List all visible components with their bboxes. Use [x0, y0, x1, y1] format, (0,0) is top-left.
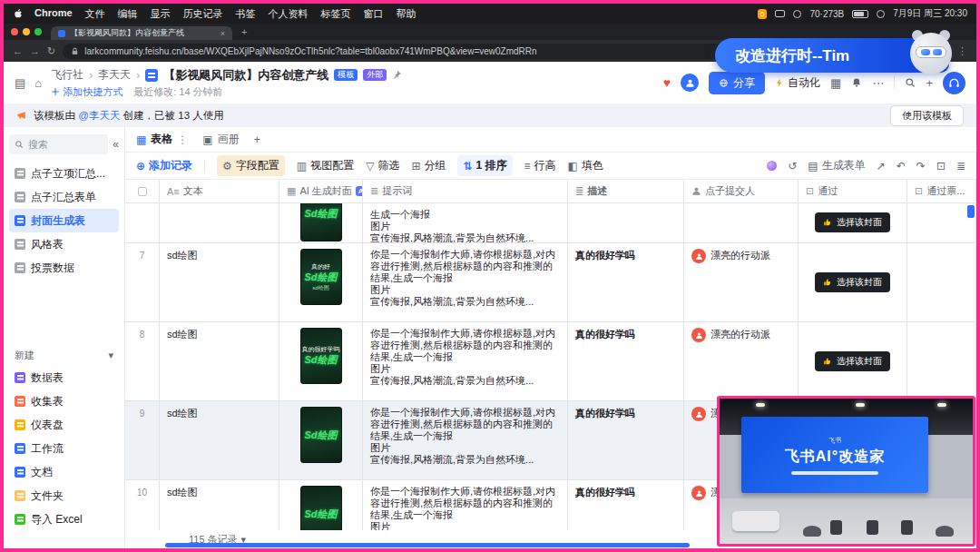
- cell-prompt[interactable]: 你是一个海报制作大师,请你根据标题,对内容进行推测,然后根据标题的内容和推测的结…: [363, 243, 568, 321]
- automation-button[interactable]: 自动化: [775, 75, 820, 91]
- column-header-text[interactable]: A≡ 文本: [160, 180, 279, 202]
- table-row[interactable]: 7 sd绘图 真的好 Sd绘图 sd绘图 你是一个海报制作大师,请你根据标题,对…: [125, 243, 976, 322]
- menu-profiles[interactable]: 个人资料: [269, 7, 309, 21]
- choose-cover-button[interactable]: 选择该封面: [815, 272, 890, 292]
- cell-cover[interactable]: 真的好 Sd绘图 sd绘图: [279, 243, 363, 321]
- create-workflow[interactable]: 工作流: [9, 437, 119, 460]
- view-config-button[interactable]: ▥ 视图配置: [297, 158, 354, 173]
- reload-button[interactable]: ↻: [47, 45, 55, 57]
- import-excel[interactable]: 导入 Excel: [9, 508, 119, 531]
- sidebar-item-style-table[interactable]: 风格表: [9, 232, 119, 256]
- sidebar-toggle-icon[interactable]: ▤: [15, 76, 25, 90]
- column-header-desc[interactable]: ≣ 描述: [568, 180, 684, 202]
- bluetooth-icon[interactable]: [793, 10, 801, 18]
- new-tab-button[interactable]: +: [241, 26, 247, 37]
- menu-history[interactable]: 历史记录: [183, 7, 223, 21]
- maximize-window-button[interactable]: [34, 28, 42, 35]
- row-height-button[interactable]: ≡ 行高: [524, 158, 556, 173]
- forward-button[interactable]: →: [30, 45, 40, 56]
- generate-form-button[interactable]: ▤ 生成表单: [808, 158, 865, 173]
- row-number[interactable]: 7: [125, 243, 160, 321]
- widget-icon[interactable]: ⊡: [936, 160, 946, 172]
- menu-bookmarks[interactable]: 书签: [236, 7, 256, 21]
- create-plus-icon[interactable]: +: [926, 76, 933, 90]
- filter-button[interactable]: ▽ 筛选: [366, 158, 399, 173]
- tab-close-icon[interactable]: ×: [220, 29, 225, 38]
- row-number[interactable]: [125, 203, 160, 242]
- menu-edit[interactable]: 编辑: [118, 7, 138, 21]
- history-icon[interactable]: ↺: [788, 160, 797, 172]
- share-button[interactable]: 分享: [709, 72, 765, 94]
- row-number[interactable]: 9: [125, 401, 160, 479]
- cell-prompt[interactable]: 你是一个海报制作大师,请你根据标题,对内容进行推测,然后根据标题的内容和推测的结…: [363, 401, 568, 479]
- cell-submitter[interactable]: 漂亮的行动派: [684, 243, 799, 321]
- cell-submitter[interactable]: [684, 203, 799, 242]
- cell-text[interactable]: sd绘图: [160, 243, 279, 321]
- add-record-button[interactable]: ⊕ 添加记录: [136, 158, 192, 173]
- field-config-button[interactable]: ⚙ 字段配置: [217, 155, 285, 176]
- search-icon[interactable]: [905, 77, 916, 88]
- column-header-prompt[interactable]: ≣ 提示词: [363, 180, 568, 202]
- cell-desc[interactable]: 真的很好学吗: [568, 401, 684, 479]
- collaborator-avatar[interactable]: [681, 74, 699, 92]
- more-actions-icon[interactable]: ⋯: [872, 76, 884, 90]
- share-view-icon[interactable]: ↗: [877, 160, 886, 172]
- column-header-cover[interactable]: ▦ AI 生成封面 AI: [279, 180, 363, 202]
- redo-icon[interactable]: ↷: [916, 160, 926, 172]
- control-center-icon[interactable]: [877, 10, 885, 18]
- menu-chrome[interactable]: Chrome: [34, 7, 73, 21]
- cell-prompt[interactable]: 你是一个海报制作大师,请你根据标题,对内容进行推测,然后根据标题的内容和推测的结…: [363, 322, 568, 400]
- cell-votes[interactable]: [907, 243, 976, 321]
- create-dashboard[interactable]: 仪表盘: [9, 413, 119, 437]
- close-window-button[interactable]: [11, 28, 18, 35]
- cell-desc[interactable]: 真的很好学吗: [568, 322, 684, 400]
- cell-text[interactable]: sd绘图: [160, 322, 279, 400]
- minimize-window-button[interactable]: [23, 28, 30, 35]
- tab-more-icon[interactable]: ⋮: [177, 133, 188, 146]
- back-button[interactable]: ←: [13, 45, 23, 56]
- like-heart-icon[interactable]: ♥: [663, 75, 671, 90]
- cell-submitter[interactable]: 漂亮的行动派: [684, 322, 799, 400]
- choose-cover-button[interactable]: 选择该封面: [815, 212, 890, 232]
- chrome-menu-icon[interactable]: ⋮: [957, 45, 967, 57]
- select-all-checkbox[interactable]: [125, 180, 160, 202]
- menu-file[interactable]: 文件: [85, 7, 105, 21]
- menu-help[interactable]: 帮助: [397, 7, 416, 21]
- vertical-scrollbar[interactable]: [967, 205, 975, 218]
- cell-pass[interactable]: 选择该封面: [799, 203, 907, 242]
- menu-tabs[interactable]: 标签页: [321, 7, 351, 21]
- column-header-pass[interactable]: ⊡ 通过: [799, 180, 907, 202]
- cell-cover[interactable]: Sd绘图: [279, 401, 363, 479]
- cover-thumbnail[interactable]: 真的很好学吗 Sd绘图: [300, 328, 342, 384]
- horizontal-scrollbar[interactable]: [165, 543, 690, 547]
- row-number[interactable]: 8: [125, 322, 160, 400]
- livestream-overlay[interactable]: 飞书 飞书AI°改造家: [717, 396, 975, 547]
- sidebar-item-idea-summary[interactable]: 点子立项汇总...: [9, 162, 119, 185]
- create-folder[interactable]: 文件夹: [9, 484, 119, 508]
- cell-text[interactable]: sd绘图: [160, 401, 279, 479]
- undo-icon[interactable]: ↶: [897, 160, 906, 172]
- cell-desc[interactable]: [568, 203, 684, 242]
- chevron-down-icon[interactable]: ▾: [108, 350, 113, 361]
- menubar-clock[interactable]: 7月9日 周三 20:30: [893, 7, 967, 20]
- sidebar-item-cover-table[interactable]: 封面生成表: [9, 209, 119, 232]
- cell-pass[interactable]: 选择该封面: [799, 322, 907, 400]
- use-template-button[interactable]: 使用该模板: [890, 105, 964, 126]
- collapse-sidebar-icon[interactable]: «: [113, 138, 119, 151]
- column-header-submitter[interactable]: 点子提交人: [684, 180, 799, 202]
- cell-prompt[interactable]: 生成一个海报 图片 宣传海报,风格潮流,背景为自然环境...: [363, 203, 568, 242]
- cell-votes[interactable]: [907, 203, 976, 242]
- mention-link[interactable]: @李天天: [78, 110, 120, 121]
- tasks-icon[interactable]: ▦: [830, 76, 841, 90]
- cell-cover[interactable]: 真的很好学吗 Sd绘图: [279, 322, 363, 400]
- fill-color-button[interactable]: ◧ 填色: [568, 158, 603, 173]
- menu-window[interactable]: 窗口: [364, 7, 384, 21]
- toolbar-menu-icon[interactable]: ≣: [956, 160, 965, 172]
- notifications-bell-icon[interactable]: [851, 77, 862, 88]
- cover-thumbnail[interactable]: 真的好 Sd绘图 sd绘图: [300, 249, 342, 305]
- search-input[interactable]: 搜索: [9, 134, 108, 154]
- add-view-button[interactable]: +: [254, 133, 260, 146]
- table-row[interactable]: Sd绘图 生成一个海报 图片 宣传海报,风格潮流,背景为自然环境...: [125, 203, 976, 243]
- cell-cover[interactable]: Sd绘图: [279, 203, 363, 242]
- create-document[interactable]: 文档: [9, 460, 119, 484]
